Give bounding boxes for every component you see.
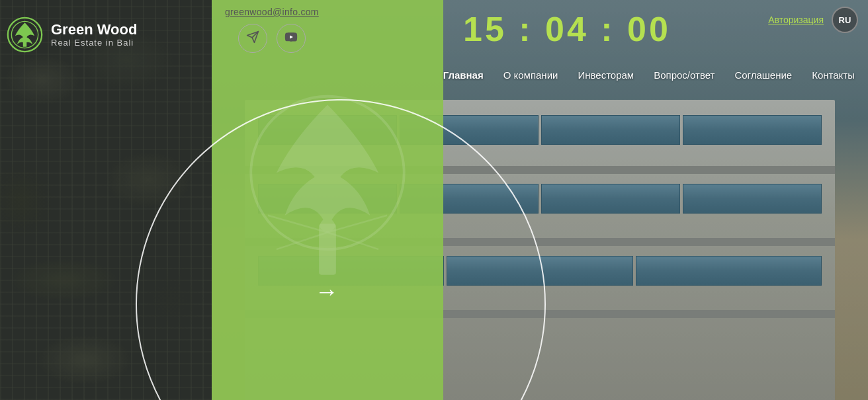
- auth-area: Авторизация RU: [768, 7, 858, 33]
- youtube-button[interactable]: [277, 24, 306, 53]
- logo-text: Green Wood Real Estate in Bali: [51, 22, 137, 48]
- nav-item-home[interactable]: Главная: [443, 66, 484, 84]
- nav-item-contacts[interactable]: Контакты: [812, 66, 855, 84]
- nav-item-agreement[interactable]: Соглашение: [734, 66, 792, 84]
- email-link[interactable]: greenwood@info.com: [225, 7, 319, 17]
- slide-arrow[interactable]: →: [315, 278, 340, 305]
- logo-subtitle: Real Estate in Bali: [51, 38, 137, 48]
- nav-item-faq[interactable]: Вопрос/ответ: [654, 66, 715, 84]
- contact-area: greenwood@info.com: [225, 7, 319, 53]
- logo-name: Green Wood: [51, 22, 137, 38]
- navigation: Главная О компании Инвесторам Вопрос/отв…: [0, 66, 868, 84]
- social-icons: [238, 24, 306, 53]
- telegram-button[interactable]: [238, 24, 267, 53]
- telegram-icon: [246, 30, 259, 47]
- nav-item-about[interactable]: О компании: [503, 66, 558, 84]
- youtube-icon: [284, 30, 298, 47]
- language-button[interactable]: RU: [832, 7, 858, 33]
- timer-display: 15 : 04 : 00: [463, 12, 671, 46]
- arrow-icon: →: [315, 278, 340, 305]
- timer-area: 15 : 04 : 00: [463, 12, 671, 46]
- nav-item-investors[interactable]: Инвесторам: [578, 66, 634, 84]
- logo-area: Green Wood Real Estate in Bali: [7, 17, 137, 53]
- auth-link[interactable]: Авторизация: [768, 15, 824, 25]
- header: Green Wood Real Estate in Bali greenwood…: [0, 0, 868, 66]
- logo-icon: [7, 17, 43, 53]
